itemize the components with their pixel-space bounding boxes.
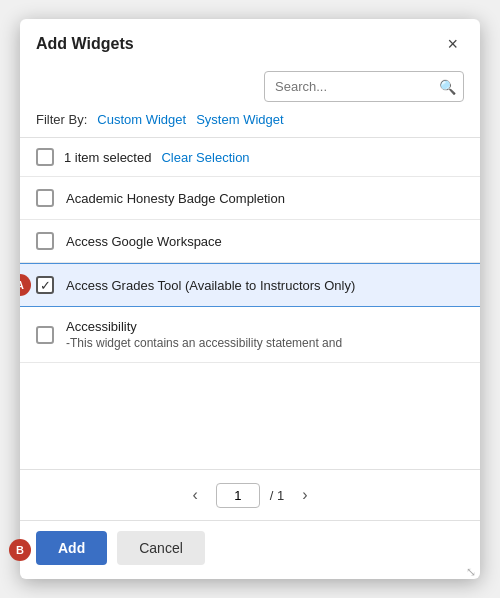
add-button[interactable]: Add: [36, 531, 107, 565]
close-button[interactable]: ×: [441, 33, 464, 55]
list-item[interactable]: Academic Honesty Badge Completion: [20, 177, 480, 220]
item-content-2: Access Google Workspace: [66, 234, 222, 249]
item-wrapper-4: Accessibility -This widget contains an a…: [20, 307, 480, 363]
filter-row: Filter By: Custom Widget System Widget: [20, 110, 480, 137]
item-wrapper-2: Access Google Workspace: [20, 220, 480, 263]
item-content-3: Access Grades Tool (Available to Instruc…: [66, 278, 355, 293]
clear-selection-link[interactable]: Clear Selection: [161, 150, 249, 165]
filter-system-widget[interactable]: System Widget: [196, 112, 283, 127]
page-number-input[interactable]: [216, 483, 260, 508]
item-label-2: Access Google Workspace: [66, 234, 222, 249]
selection-count: 1 item selected: [64, 150, 151, 165]
item-wrapper-1: Academic Honesty Badge Completion: [20, 177, 480, 220]
page-total: / 1: [270, 488, 284, 503]
add-widgets-modal: Add Widgets × 🔍 Filter By: Custom Widget…: [20, 19, 480, 579]
widget-list: 1 item selected Clear Selection Academic…: [20, 137, 480, 469]
item-label-3: Access Grades Tool (Available to Instruc…: [66, 278, 355, 293]
item-label-1: Academic Honesty Badge Completion: [66, 191, 285, 206]
badge-b: B: [9, 539, 31, 561]
item-label-4: Accessibility: [66, 319, 342, 334]
item-checkbox-1[interactable]: [36, 189, 54, 207]
search-input[interactable]: [264, 71, 464, 102]
checkmark-icon: ✓: [40, 278, 51, 293]
item-checkbox-4[interactable]: [36, 326, 54, 344]
select-all-checkbox[interactable]: [36, 148, 54, 166]
list-item[interactable]: Accessibility -This widget contains an a…: [20, 307, 480, 363]
item-checkbox-3[interactable]: ✓: [36, 276, 54, 294]
list-item-selected[interactable]: ✓ Access Grades Tool (Available to Instr…: [20, 263, 480, 307]
item-content-4: Accessibility -This widget contains an a…: [66, 319, 342, 350]
modal-header: Add Widgets ×: [20, 19, 480, 65]
filter-custom-widget[interactable]: Custom Widget: [97, 112, 186, 127]
item-wrapper-3: A ✓ Access Grades Tool (Available to Ins…: [20, 263, 480, 307]
pagination-row: ‹ / 1 ›: [20, 469, 480, 520]
resize-handle[interactable]: ⤡: [466, 565, 478, 577]
search-row: 🔍: [20, 65, 480, 110]
next-page-button[interactable]: ›: [294, 482, 315, 508]
item-checkbox-2[interactable]: [36, 232, 54, 250]
filter-label: Filter By:: [36, 112, 87, 127]
prev-page-button[interactable]: ‹: [184, 482, 205, 508]
search-container: 🔍: [264, 71, 464, 102]
footer: B Add Cancel: [20, 520, 480, 579]
footer-row: Add Cancel: [20, 520, 480, 579]
list-item[interactable]: Access Google Workspace: [20, 220, 480, 263]
modal-title: Add Widgets: [36, 35, 134, 53]
selection-row: 1 item selected Clear Selection: [20, 138, 480, 177]
item-description-4: -This widget contains an accessibility s…: [66, 336, 342, 350]
cancel-button[interactable]: Cancel: [117, 531, 205, 565]
item-content-1: Academic Honesty Badge Completion: [66, 191, 285, 206]
